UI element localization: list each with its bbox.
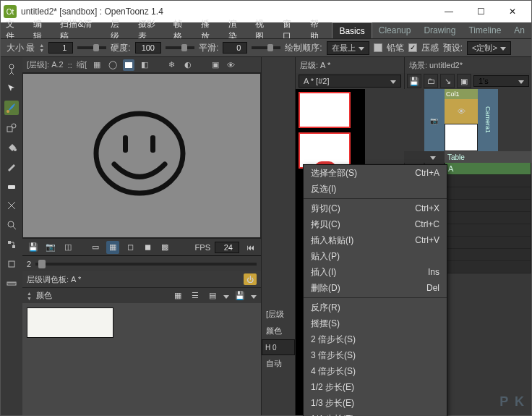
menu-level[interactable]: 层级 xyxy=(106,22,133,38)
room-tab-more[interactable]: An xyxy=(507,25,531,35)
room-tab-basics[interactable]: Basics xyxy=(332,22,372,38)
pal-menu-dd[interactable] xyxy=(251,292,257,300)
pal-save-icon[interactable]: 💾 xyxy=(233,289,246,302)
ruler-tool-icon[interactable] xyxy=(4,276,19,291)
h-value-box[interactable]: H 0 xyxy=(262,339,295,355)
ctx-each4[interactable]: 1/4 步长(E) xyxy=(304,411,447,416)
ctx-step4[interactable]: 4 倍步长(S) xyxy=(304,363,447,379)
ctx-paste[interactable]: 贴入(P) xyxy=(304,248,447,264)
brush-tool-icon[interactable] xyxy=(4,101,19,115)
scene-save-icon[interactable]: 💾 xyxy=(407,74,421,88)
col1-preview[interactable] xyxy=(445,124,478,151)
hardness-slider[interactable] xyxy=(166,46,194,49)
auto-label[interactable]: 自动 xyxy=(262,355,295,372)
sub-camera-icon[interactable]: ▦ xyxy=(106,241,119,254)
cell-r6[interactable] xyxy=(445,224,531,237)
ctx-swing[interactable]: 摇摆(S) xyxy=(304,315,447,331)
fps-field[interactable]: 24 xyxy=(215,242,239,253)
cell-r8[interactable] xyxy=(445,249,531,261)
pal-list-icon[interactable]: ☰ xyxy=(189,289,202,302)
scene-collapse-icon[interactable]: ▣ xyxy=(457,74,471,88)
minimize-button[interactable]: — xyxy=(433,1,465,22)
room-tab-timeline[interactable]: Timeline xyxy=(462,25,507,35)
tab-color-label[interactable]: 颜色 xyxy=(262,323,295,339)
ctx-reverse[interactable]: 反序(R) xyxy=(304,300,447,315)
room-tab-cleanup[interactable]: Cleanup xyxy=(372,25,418,35)
ctx-delete[interactable]: 删除(D)Del xyxy=(304,280,447,296)
ctx-invert-selection[interactable]: 反选(I) xyxy=(304,181,447,197)
hardness-field[interactable]: 100 xyxy=(135,42,161,54)
animate-tool-icon[interactable] xyxy=(4,61,19,76)
viewer-freeze-icon[interactable]: ❄ xyxy=(166,59,178,71)
geometry-tool-icon[interactable] xyxy=(4,120,19,135)
menu-play[interactable]: 播放 xyxy=(196,22,223,38)
snapshot-icon[interactable]: 📷 xyxy=(44,241,57,254)
size-down[interactable]: ▼ xyxy=(39,48,44,53)
preset-dropdown[interactable]: <定制> xyxy=(467,41,511,55)
menu-cells[interactable]: 帧格 xyxy=(168,22,196,38)
cell-r1[interactable]: A xyxy=(445,163,531,175)
pal-grid-icon[interactable]: ▦ xyxy=(171,289,184,302)
compare-icon[interactable]: ◫ xyxy=(61,241,74,254)
room-tab-drawing[interactable]: Drawing xyxy=(417,25,462,35)
thumb-frame-1[interactable] xyxy=(299,92,351,128)
size-up[interactable]: ▲ xyxy=(39,43,44,48)
ctx-each3[interactable]: 1/3 步长(E) xyxy=(304,395,447,411)
ctx-paste-insert[interactable]: 插入粘贴(I)Ctrl+V xyxy=(304,232,447,248)
menu-scan[interactable]: 扫描&清稿 xyxy=(55,22,105,38)
cell-r3[interactable] xyxy=(445,187,531,200)
ctx-copy[interactable]: 拷贝(C)Ctrl+C xyxy=(304,216,447,232)
menu-xsheet[interactable]: 摄影表 xyxy=(133,22,169,38)
ctx-each2[interactable]: 1/2 步长(E) xyxy=(304,379,447,395)
selection-tool-icon[interactable] xyxy=(4,81,19,95)
viewer-preview-icon[interactable]: ◐ xyxy=(182,59,194,71)
smooth-field[interactable]: 0 xyxy=(223,42,247,54)
close-button[interactable]: ✕ xyxy=(497,1,528,22)
pal-size-dd[interactable] xyxy=(223,292,229,300)
menu-help[interactable]: 帮助 xyxy=(305,22,332,38)
eraser-tool-icon[interactable] xyxy=(4,179,19,193)
menu-render[interactable]: 渲染 xyxy=(223,22,251,38)
viewer-sub-preview-icon[interactable]: ▣ xyxy=(210,59,221,71)
zoom-tool-icon[interactable] xyxy=(4,218,19,232)
scene-open-icon[interactable]: 🗀 xyxy=(424,74,438,88)
viewer-reset-icon[interactable]: ◯ xyxy=(107,59,119,71)
viewer-camstand-icon[interactable] xyxy=(123,59,134,71)
viewer-3d-icon[interactable]: ◧ xyxy=(139,59,150,71)
pressure-checkbox[interactable] xyxy=(408,43,417,52)
menu-file[interactable]: 文件 xyxy=(1,22,28,38)
define-preview-icon[interactable]: ▭ xyxy=(89,241,102,254)
pal-down[interactable]: ▼ xyxy=(27,296,32,301)
smooth-slider[interactable] xyxy=(252,46,280,49)
viewer-hist-icon[interactable]: ▦ xyxy=(91,59,103,71)
maximize-button[interactable]: ☐ xyxy=(465,1,497,22)
cp-editor-tool-icon[interactable] xyxy=(4,237,19,252)
tab-level-label[interactable]: [层级 xyxy=(262,306,295,323)
ctx-step3[interactable]: 3 倍步长(S) xyxy=(304,347,447,363)
frame-slider[interactable] xyxy=(35,263,257,266)
save-icon[interactable]: 💾 xyxy=(27,241,40,254)
menu-window[interactable]: 窗口 xyxy=(278,22,305,38)
cell-r4[interactable] xyxy=(445,200,531,212)
bg-check-icon[interactable]: ▩ xyxy=(158,241,171,254)
step-dropdown[interactable]: 1's xyxy=(473,75,529,87)
thumb-frame-2[interactable] xyxy=(299,132,351,169)
camera-label[interactable]: Camera1 xyxy=(478,89,498,151)
ctx-step2[interactable]: 2 倍步长(S) xyxy=(304,331,447,347)
ctx-cut[interactable]: 剪切(C)Ctrl+X xyxy=(304,200,447,216)
menu-view[interactable]: 视图 xyxy=(250,22,278,38)
menu-edit[interactable]: 编辑 xyxy=(28,22,56,38)
bg-black-icon[interactable]: ◼ xyxy=(141,241,154,254)
pal-large-icon[interactable]: ▤ xyxy=(206,289,219,302)
goto-start-icon[interactable]: ⏮ xyxy=(244,241,257,254)
bg-white-icon[interactable]: ◻ xyxy=(124,241,137,254)
size-field[interactable]: 1 xyxy=(48,42,73,54)
cell-r2[interactable] xyxy=(445,175,531,187)
type-tool-icon[interactable] xyxy=(4,198,19,213)
palette-power-icon[interactable]: ⏻ xyxy=(244,273,257,285)
table-label[interactable]: Table xyxy=(445,151,531,163)
swatch-color0[interactable] xyxy=(27,307,113,338)
plastic-tool-icon[interactable] xyxy=(4,257,19,271)
col1-header[interactable]: Col1 👁 xyxy=(445,89,478,124)
camera-column-icon[interactable]: 📷 xyxy=(424,89,445,151)
